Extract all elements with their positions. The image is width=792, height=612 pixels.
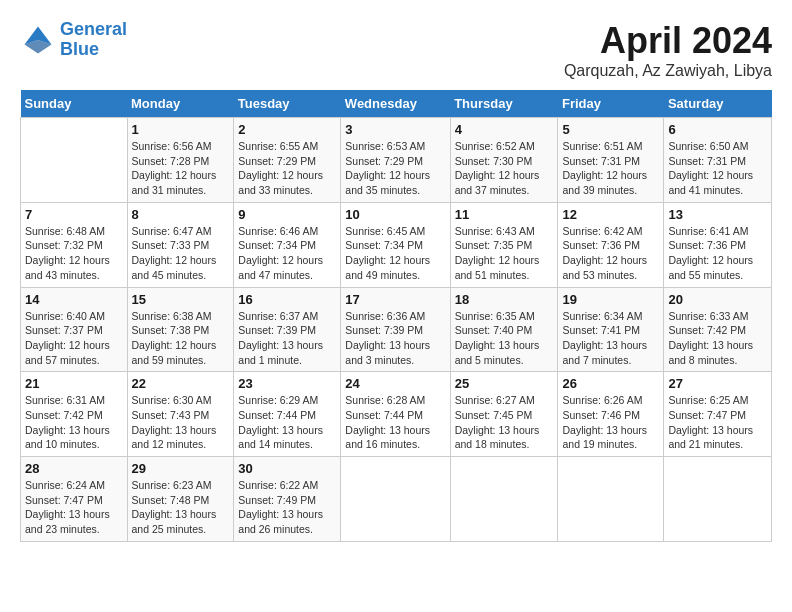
weekday-header-wednesday: Wednesday [341,90,450,118]
day-number: 11 [455,207,554,222]
calendar-week-row: 14Sunrise: 6:40 AM Sunset: 7:37 PM Dayli… [21,287,772,372]
day-info: Sunrise: 6:43 AM Sunset: 7:35 PM Dayligh… [455,224,554,283]
calendar-cell: 5Sunrise: 6:51 AM Sunset: 7:31 PM Daylig… [558,118,664,203]
day-info: Sunrise: 6:41 AM Sunset: 7:36 PM Dayligh… [668,224,767,283]
day-info: Sunrise: 6:24 AM Sunset: 7:47 PM Dayligh… [25,478,123,537]
day-number: 20 [668,292,767,307]
calendar-cell: 17Sunrise: 6:36 AM Sunset: 7:39 PM Dayli… [341,287,450,372]
calendar-cell: 4Sunrise: 6:52 AM Sunset: 7:30 PM Daylig… [450,118,558,203]
day-number: 10 [345,207,445,222]
calendar-cell: 18Sunrise: 6:35 AM Sunset: 7:40 PM Dayli… [450,287,558,372]
day-info: Sunrise: 6:50 AM Sunset: 7:31 PM Dayligh… [668,139,767,198]
calendar-cell: 16Sunrise: 6:37 AM Sunset: 7:39 PM Dayli… [234,287,341,372]
day-info: Sunrise: 6:22 AM Sunset: 7:49 PM Dayligh… [238,478,336,537]
day-number: 9 [238,207,336,222]
day-number: 5 [562,122,659,137]
weekday-header-row: SundayMondayTuesdayWednesdayThursdayFrid… [21,90,772,118]
weekday-header-thursday: Thursday [450,90,558,118]
day-number: 8 [132,207,230,222]
calendar-cell: 3Sunrise: 6:53 AM Sunset: 7:29 PM Daylig… [341,118,450,203]
day-number: 25 [455,376,554,391]
day-number: 13 [668,207,767,222]
calendar-cell: 22Sunrise: 6:30 AM Sunset: 7:43 PM Dayli… [127,372,234,457]
day-info: Sunrise: 6:30 AM Sunset: 7:43 PM Dayligh… [132,393,230,452]
day-info: Sunrise: 6:56 AM Sunset: 7:28 PM Dayligh… [132,139,230,198]
day-number: 21 [25,376,123,391]
title-area: April 2024 Qarquzah, Az Zawiyah, Libya [564,20,772,80]
day-info: Sunrise: 6:29 AM Sunset: 7:44 PM Dayligh… [238,393,336,452]
calendar-cell: 15Sunrise: 6:38 AM Sunset: 7:38 PM Dayli… [127,287,234,372]
calendar-cell: 6Sunrise: 6:50 AM Sunset: 7:31 PM Daylig… [664,118,772,203]
calendar-table: SundayMondayTuesdayWednesdayThursdayFrid… [20,90,772,542]
day-info: Sunrise: 6:48 AM Sunset: 7:32 PM Dayligh… [25,224,123,283]
day-info: Sunrise: 6:31 AM Sunset: 7:42 PM Dayligh… [25,393,123,452]
calendar-cell: 20Sunrise: 6:33 AM Sunset: 7:42 PM Dayli… [664,287,772,372]
calendar-body: 1Sunrise: 6:56 AM Sunset: 7:28 PM Daylig… [21,118,772,542]
day-number: 3 [345,122,445,137]
day-info: Sunrise: 6:47 AM Sunset: 7:33 PM Dayligh… [132,224,230,283]
calendar-cell [450,457,558,542]
calendar-cell [664,457,772,542]
calendar-header: SundayMondayTuesdayWednesdayThursdayFrid… [21,90,772,118]
weekday-header-friday: Friday [558,90,664,118]
calendar-cell: 30Sunrise: 6:22 AM Sunset: 7:49 PM Dayli… [234,457,341,542]
day-info: Sunrise: 6:34 AM Sunset: 7:41 PM Dayligh… [562,309,659,368]
calendar-cell: 7Sunrise: 6:48 AM Sunset: 7:32 PM Daylig… [21,202,128,287]
day-number: 27 [668,376,767,391]
day-number: 23 [238,376,336,391]
day-number: 19 [562,292,659,307]
logo-line1: General [60,19,127,39]
calendar-cell: 10Sunrise: 6:45 AM Sunset: 7:34 PM Dayli… [341,202,450,287]
day-number: 7 [25,207,123,222]
day-info: Sunrise: 6:23 AM Sunset: 7:48 PM Dayligh… [132,478,230,537]
day-info: Sunrise: 6:51 AM Sunset: 7:31 PM Dayligh… [562,139,659,198]
day-info: Sunrise: 6:28 AM Sunset: 7:44 PM Dayligh… [345,393,445,452]
calendar-cell: 12Sunrise: 6:42 AM Sunset: 7:36 PM Dayli… [558,202,664,287]
calendar-cell: 14Sunrise: 6:40 AM Sunset: 7:37 PM Dayli… [21,287,128,372]
calendar-cell: 8Sunrise: 6:47 AM Sunset: 7:33 PM Daylig… [127,202,234,287]
day-info: Sunrise: 6:40 AM Sunset: 7:37 PM Dayligh… [25,309,123,368]
calendar-week-row: 7Sunrise: 6:48 AM Sunset: 7:32 PM Daylig… [21,202,772,287]
calendar-cell: 26Sunrise: 6:26 AM Sunset: 7:46 PM Dayli… [558,372,664,457]
day-number: 16 [238,292,336,307]
calendar-cell: 11Sunrise: 6:43 AM Sunset: 7:35 PM Dayli… [450,202,558,287]
logo-icon [20,22,56,58]
day-number: 29 [132,461,230,476]
day-number: 15 [132,292,230,307]
day-number: 2 [238,122,336,137]
day-info: Sunrise: 6:45 AM Sunset: 7:34 PM Dayligh… [345,224,445,283]
calendar-cell [341,457,450,542]
day-info: Sunrise: 6:27 AM Sunset: 7:45 PM Dayligh… [455,393,554,452]
calendar-cell: 2Sunrise: 6:55 AM Sunset: 7:29 PM Daylig… [234,118,341,203]
day-info: Sunrise: 6:26 AM Sunset: 7:46 PM Dayligh… [562,393,659,452]
day-number: 4 [455,122,554,137]
day-number: 14 [25,292,123,307]
day-info: Sunrise: 6:37 AM Sunset: 7:39 PM Dayligh… [238,309,336,368]
day-info: Sunrise: 6:42 AM Sunset: 7:36 PM Dayligh… [562,224,659,283]
weekday-header-monday: Monday [127,90,234,118]
day-number: 24 [345,376,445,391]
day-info: Sunrise: 6:25 AM Sunset: 7:47 PM Dayligh… [668,393,767,452]
day-info: Sunrise: 6:35 AM Sunset: 7:40 PM Dayligh… [455,309,554,368]
day-number: 26 [562,376,659,391]
day-info: Sunrise: 6:55 AM Sunset: 7:29 PM Dayligh… [238,139,336,198]
weekday-header-saturday: Saturday [664,90,772,118]
calendar-cell: 25Sunrise: 6:27 AM Sunset: 7:45 PM Dayli… [450,372,558,457]
calendar-cell: 29Sunrise: 6:23 AM Sunset: 7:48 PM Dayli… [127,457,234,542]
calendar-cell: 28Sunrise: 6:24 AM Sunset: 7:47 PM Dayli… [21,457,128,542]
day-number: 17 [345,292,445,307]
calendar-cell: 24Sunrise: 6:28 AM Sunset: 7:44 PM Dayli… [341,372,450,457]
logo-text: General Blue [60,20,127,60]
calendar-week-row: 28Sunrise: 6:24 AM Sunset: 7:47 PM Dayli… [21,457,772,542]
day-number: 6 [668,122,767,137]
calendar-week-row: 1Sunrise: 6:56 AM Sunset: 7:28 PM Daylig… [21,118,772,203]
calendar-cell [21,118,128,203]
subtitle: Qarquzah, Az Zawiyah, Libya [564,62,772,80]
weekday-header-tuesday: Tuesday [234,90,341,118]
calendar-cell [558,457,664,542]
day-number: 18 [455,292,554,307]
calendar-cell: 9Sunrise: 6:46 AM Sunset: 7:34 PM Daylig… [234,202,341,287]
day-number: 28 [25,461,123,476]
logo-line2: Blue [60,39,99,59]
day-info: Sunrise: 6:46 AM Sunset: 7:34 PM Dayligh… [238,224,336,283]
